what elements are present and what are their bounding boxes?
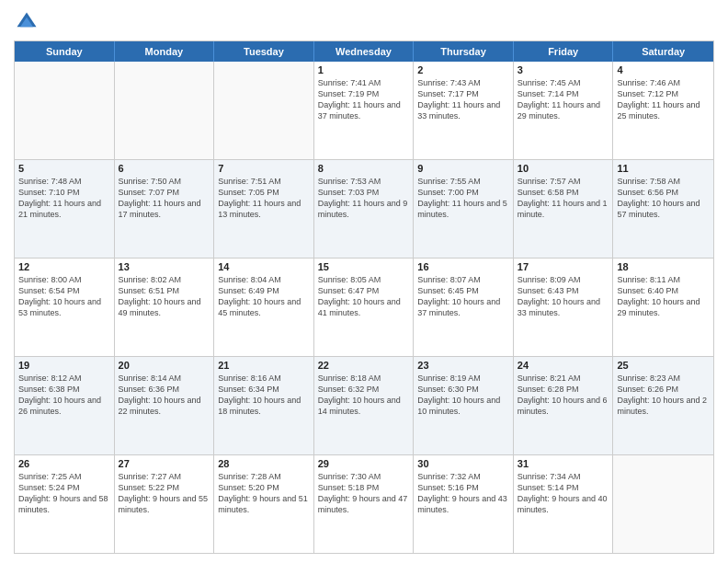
day-info: Sunrise: 8:12 AM Sunset: 6:38 PM Dayligh… [18, 373, 110, 418]
day-cell-6: 6Sunrise: 7:50 AM Sunset: 7:07 PM Daylig… [115, 160, 215, 258]
day-cell-17: 17Sunrise: 8:09 AM Sunset: 6:43 PM Dayli… [514, 259, 614, 356]
day-number: 2 [417, 64, 509, 75]
day-cell-29: 29Sunrise: 7:30 AM Sunset: 5:18 PM Dayli… [314, 455, 415, 553]
day-number: 16 [417, 261, 509, 272]
day-cell-26: 26Sunrise: 7:25 AM Sunset: 5:24 PM Dayli… [15, 455, 115, 553]
day-info: Sunrise: 7:53 AM Sunset: 7:03 PM Dayligh… [318, 176, 410, 221]
day-cell-4: 4Sunrise: 7:46 AM Sunset: 7:12 PM Daylig… [613, 62, 713, 159]
day-number: 21 [218, 360, 310, 371]
day-cell-8: 8Sunrise: 7:53 AM Sunset: 7:03 PM Daylig… [314, 160, 415, 258]
day-cell-22: 22Sunrise: 8:18 AM Sunset: 6:32 PM Dayli… [314, 357, 415, 454]
day-info: Sunrise: 7:30 AM Sunset: 5:18 PM Dayligh… [318, 471, 410, 516]
day-info: Sunrise: 7:55 AM Sunset: 7:00 PM Dayligh… [417, 176, 509, 221]
day-number: 1 [318, 64, 410, 75]
day-cell-15: 15Sunrise: 8:05 AM Sunset: 6:47 PM Dayli… [314, 259, 415, 356]
empty-cell-0-1 [115, 62, 215, 159]
weekday-header-tuesday: Tuesday [214, 41, 314, 62]
day-info: Sunrise: 8:02 AM Sunset: 6:51 PM Dayligh… [119, 274, 210, 319]
day-info: Sunrise: 8:04 AM Sunset: 6:49 PM Dayligh… [218, 274, 310, 319]
day-info: Sunrise: 7:58 AM Sunset: 6:56 PM Dayligh… [617, 176, 710, 221]
weekday-header-sunday: Sunday [15, 41, 115, 62]
day-number: 26 [18, 458, 110, 469]
weekday-header-saturday: Saturday [613, 41, 713, 62]
day-number: 11 [617, 163, 710, 174]
day-info: Sunrise: 8:19 AM Sunset: 6:30 PM Dayligh… [417, 373, 509, 418]
day-number: 23 [417, 360, 509, 371]
day-info: Sunrise: 8:11 AM Sunset: 6:40 PM Dayligh… [617, 274, 710, 319]
day-info: Sunrise: 8:18 AM Sunset: 6:32 PM Dayligh… [318, 373, 410, 418]
day-cell-19: 19Sunrise: 8:12 AM Sunset: 6:38 PM Dayli… [15, 357, 115, 454]
day-cell-9: 9Sunrise: 7:55 AM Sunset: 7:00 PM Daylig… [414, 160, 514, 258]
page: SundayMondayTuesdayWednesdayThursdayFrid… [0, 0, 728, 563]
day-cell-10: 10Sunrise: 7:57 AM Sunset: 6:58 PM Dayli… [514, 160, 614, 258]
day-info: Sunrise: 8:00 AM Sunset: 6:54 PM Dayligh… [18, 274, 110, 319]
day-number: 31 [518, 458, 609, 469]
day-cell-1: 1Sunrise: 7:41 AM Sunset: 7:19 PM Daylig… [314, 62, 415, 159]
day-info: Sunrise: 8:09 AM Sunset: 6:43 PM Dayligh… [518, 274, 609, 319]
day-number: 9 [417, 163, 509, 174]
day-number: 17 [518, 261, 609, 272]
day-cell-24: 24Sunrise: 8:21 AM Sunset: 6:28 PM Dayli… [514, 357, 614, 454]
day-cell-27: 27Sunrise: 7:27 AM Sunset: 5:22 PM Dayli… [115, 455, 215, 553]
day-cell-7: 7Sunrise: 7:51 AM Sunset: 7:05 PM Daylig… [214, 160, 314, 258]
calendar-row-2: 12Sunrise: 8:00 AM Sunset: 6:54 PM Dayli… [15, 259, 713, 357]
day-number: 14 [218, 261, 310, 272]
header [14, 9, 714, 35]
day-number: 8 [318, 163, 410, 174]
calendar: SundayMondayTuesdayWednesdayThursdayFrid… [14, 40, 714, 554]
day-info: Sunrise: 7:43 AM Sunset: 7:17 PM Dayligh… [417, 77, 509, 122]
empty-cell-0-2 [214, 62, 314, 159]
day-info: Sunrise: 7:48 AM Sunset: 7:10 PM Dayligh… [18, 176, 110, 221]
day-number: 7 [218, 163, 310, 174]
day-cell-20: 20Sunrise: 8:14 AM Sunset: 6:36 PM Dayli… [115, 357, 215, 454]
day-cell-3: 3Sunrise: 7:45 AM Sunset: 7:14 PM Daylig… [514, 62, 614, 159]
day-cell-25: 25Sunrise: 8:23 AM Sunset: 6:26 PM Dayli… [613, 357, 713, 454]
day-cell-12: 12Sunrise: 8:00 AM Sunset: 6:54 PM Dayli… [15, 259, 115, 356]
day-info: Sunrise: 7:45 AM Sunset: 7:14 PM Dayligh… [518, 77, 609, 122]
day-info: Sunrise: 8:05 AM Sunset: 6:47 PM Dayligh… [318, 274, 410, 319]
day-cell-28: 28Sunrise: 7:28 AM Sunset: 5:20 PM Dayli… [214, 455, 314, 553]
day-number: 3 [518, 64, 609, 75]
day-info: Sunrise: 8:23 AM Sunset: 6:26 PM Dayligh… [617, 373, 710, 418]
calendar-row-0: 1Sunrise: 7:41 AM Sunset: 7:19 PM Daylig… [15, 62, 713, 160]
logo [14, 9, 43, 35]
day-cell-13: 13Sunrise: 8:02 AM Sunset: 6:51 PM Dayli… [115, 259, 215, 356]
weekday-header-thursday: Thursday [414, 41, 514, 62]
day-info: Sunrise: 7:57 AM Sunset: 6:58 PM Dayligh… [518, 176, 609, 221]
day-info: Sunrise: 7:46 AM Sunset: 7:12 PM Dayligh… [617, 77, 710, 122]
weekday-header-monday: Monday [115, 41, 215, 62]
day-number: 12 [18, 261, 110, 272]
day-cell-16: 16Sunrise: 8:07 AM Sunset: 6:45 PM Dayli… [414, 259, 514, 356]
day-number: 30 [417, 458, 509, 469]
day-number: 18 [617, 261, 710, 272]
day-number: 10 [518, 163, 609, 174]
day-info: Sunrise: 7:34 AM Sunset: 5:14 PM Dayligh… [518, 471, 609, 516]
calendar-row-1: 5Sunrise: 7:48 AM Sunset: 7:10 PM Daylig… [15, 160, 713, 259]
calendar-body: 1Sunrise: 7:41 AM Sunset: 7:19 PM Daylig… [15, 62, 713, 553]
empty-cell-4-6 [613, 455, 713, 553]
day-number: 4 [617, 64, 710, 75]
logo-icon [14, 9, 40, 35]
day-number: 27 [119, 458, 210, 469]
day-cell-30: 30Sunrise: 7:32 AM Sunset: 5:16 PM Dayli… [414, 455, 514, 553]
calendar-row-4: 26Sunrise: 7:25 AM Sunset: 5:24 PM Dayli… [15, 455, 713, 553]
calendar-header: SundayMondayTuesdayWednesdayThursdayFrid… [15, 41, 713, 62]
day-info: Sunrise: 7:41 AM Sunset: 7:19 PM Dayligh… [318, 77, 410, 122]
day-cell-21: 21Sunrise: 8:16 AM Sunset: 6:34 PM Dayli… [214, 357, 314, 454]
day-info: Sunrise: 7:27 AM Sunset: 5:22 PM Dayligh… [119, 471, 210, 516]
day-number: 20 [119, 360, 210, 371]
day-number: 22 [318, 360, 410, 371]
day-number: 28 [218, 458, 310, 469]
day-number: 19 [18, 360, 110, 371]
day-cell-11: 11Sunrise: 7:58 AM Sunset: 6:56 PM Dayli… [613, 160, 713, 258]
day-number: 15 [318, 261, 410, 272]
day-cell-5: 5Sunrise: 7:48 AM Sunset: 7:10 PM Daylig… [15, 160, 115, 258]
day-cell-18: 18Sunrise: 8:11 AM Sunset: 6:40 PM Dayli… [613, 259, 713, 356]
day-number: 25 [617, 360, 710, 371]
day-info: Sunrise: 7:51 AM Sunset: 7:05 PM Dayligh… [218, 176, 310, 221]
weekday-header-friday: Friday [514, 41, 614, 62]
day-info: Sunrise: 7:50 AM Sunset: 7:07 PM Dayligh… [119, 176, 210, 221]
day-info: Sunrise: 8:21 AM Sunset: 6:28 PM Dayligh… [518, 373, 609, 418]
day-number: 29 [318, 458, 410, 469]
day-cell-2: 2Sunrise: 7:43 AM Sunset: 7:17 PM Daylig… [414, 62, 514, 159]
